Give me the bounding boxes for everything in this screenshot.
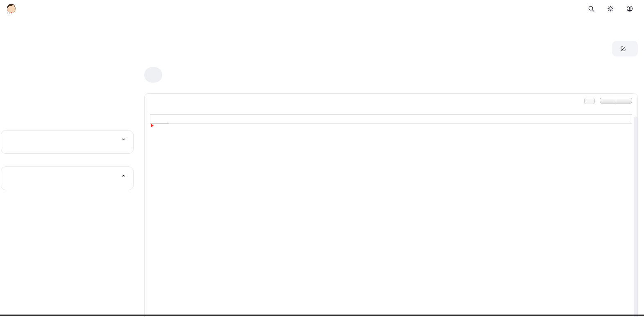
app-header [0, 0, 644, 17]
gear-icon[interactable] [607, 5, 614, 12]
prev-week-button[interactable] [600, 98, 616, 103]
chevron-down-icon [120, 136, 127, 142]
now-indicator-arrow [151, 124, 154, 128]
today-button[interactable] [584, 98, 595, 104]
prev-next-group [600, 98, 632, 103]
build-executor-status-panel [1, 166, 134, 190]
day-header-row [150, 115, 632, 124]
header-actions [587, 5, 633, 12]
build-queue-panel [1, 130, 134, 154]
edit-description-button[interactable] [612, 41, 638, 56]
calendar-panel [144, 93, 638, 317]
calendar-nav-controls [584, 98, 632, 104]
next-week-button[interactable] [616, 98, 632, 103]
search-icon[interactable] [587, 5, 595, 12]
view-tabs [144, 67, 162, 83]
jenkins-logo[interactable] [4, 2, 18, 16]
jenkins-butler-icon [5, 2, 18, 16]
calendar-toolbar [145, 94, 637, 114]
week-number-label [150, 115, 169, 124]
edit-icon [620, 45, 626, 52]
build-queue-header[interactable] [8, 136, 127, 142]
chevron-up-icon [120, 173, 127, 179]
calendar-scrollbar[interactable] [634, 117, 637, 317]
calendar-grid [150, 114, 632, 124]
build-executor-status-header[interactable] [8, 173, 127, 179]
new-view-tab-button[interactable] [147, 67, 159, 83]
window-bottom-edge [0, 315, 644, 316]
account-icon[interactable] [626, 5, 633, 12]
